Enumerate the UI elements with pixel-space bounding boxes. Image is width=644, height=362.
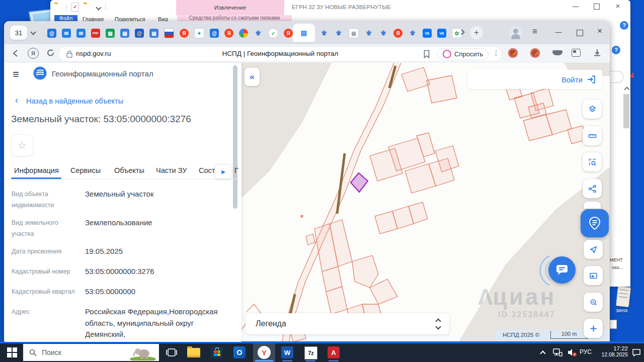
qat-checkdoc-icon[interactable]: ✓ [71,3,79,12]
hidden-tool-button[interactable] [584,202,601,209]
extension-seal-icon[interactable] [508,48,518,58]
back-to-results-link[interactable]: Назад в найденные объекты [26,97,123,105]
tab-favicon-at-gold[interactable]: @ [135,29,144,38]
explorer-context-tab[interactable]: Извлечение [176,0,284,15]
acrobat-icon[interactable]: A [328,346,340,358]
tab-favicon-pie[interactable] [239,29,248,38]
tab-favicon-envelope[interactable]: ✉ [76,29,86,38]
tab-objects[interactable]: Объекты [114,166,144,174]
browser-window[interactable]: 31 @✉✉PDF▤▤@▤Я✦@Я⚜✓Я⚜ ▤ ⚜⚜▤⚜⚜Я⚜VKVK✿ + ≡… [4,21,610,342]
bookmark-icon[interactable] [423,50,430,58]
network-icon[interactable] [552,348,562,357]
tab-favicon-yandex[interactable]: Я [393,29,403,38]
clock[interactable]: 17:22 12.08.2025 [598,345,628,357]
file-explorer-icon[interactable] [187,348,200,357]
share-button[interactable] [583,179,602,198]
volume-muted-icon[interactable] [567,348,577,357]
login-button[interactable]: Войти [561,75,583,84]
desktop-icon-label[interactable]: зина [616,307,627,313]
layers-button[interactable] [583,100,602,119]
scrollbar-up-icon[interactable] [624,86,629,92]
tab-favicon-check-green[interactable]: ✓ [268,28,278,38]
tab-favicon-mail-at[interactable]: @ [210,29,219,38]
reload-button[interactable] [46,48,55,57]
favorite-star-button[interactable]: ☆ [11,134,33,156]
downloads-button[interactable] [593,48,602,58]
task-view-button[interactable] [166,347,177,358]
legend-bar[interactable]: Легенда [246,313,449,334]
chat-button[interactable] [548,256,576,284]
tab-favicon-gerb[interactable]: ⚜ [319,29,329,38]
help-icon-2[interactable]: ? [612,46,620,54]
desktop-file-icon[interactable] [616,286,631,307]
tab-favicon-gerb[interactable]: ⚜ [379,29,388,38]
active-tool-button[interactable] [581,209,609,237]
incognito-mask-icon[interactable] [552,50,562,55]
tab-favicon-yandex[interactable]: Я [224,29,233,38]
zoom-in-button[interactable] [584,319,603,338]
portal-menu-button[interactable]: ≡ [13,68,19,81]
tab-favicon-gerb[interactable]: ⚜ [334,29,343,38]
profile-avatar[interactable] [509,26,523,40]
address-bar[interactable]: nspd.gov.ru НСПД | Геоинформационный пор… [58,46,502,62]
tab-groups-icon[interactable] [572,49,581,57]
browser-minimize-button[interactable]: — [553,27,564,37]
collapse-panel-button[interactable]: « [245,68,260,86]
panel-scrollbar[interactable] [233,65,237,209]
browser-close-button[interactable]: × [595,26,605,36]
tabs-scroll-right-button[interactable]: ▶ [215,164,232,179]
help-icon[interactable]: ? [620,21,628,30]
tab-favicon-doc-white[interactable]: ▤ [349,28,359,38]
tab-favicon-delivery[interactable]: ✦ [194,28,204,38]
tab-favicon-mail-at[interactable]: @ [47,29,56,38]
explorer-maximize-button[interactable] [594,4,600,10]
scrollbar-thumb[interactable] [623,94,629,128]
tab-favicon-gerb[interactable]: ⚜ [254,29,263,38]
tab-favicon-doc-green[interactable]: ▤ [106,29,115,38]
explorer-minimize-button[interactable]: — [571,2,581,12]
outlook-icon[interactable]: O [233,346,246,358]
browser-maximize-button[interactable] [577,30,583,36]
tab-services[interactable]: Сервисы [70,166,101,174]
word-icon[interactable]: W [281,346,293,358]
sevenzip-icon[interactable]: 7z [304,346,317,359]
tab-favicon-doc-blue[interactable]: ▤ [149,29,158,38]
tab-information[interactable]: Информация [14,166,59,174]
tab-favicon-gerb[interactable]: ⚜ [408,29,417,38]
tab-favicon-flag-ru[interactable] [164,28,174,38]
tab-partial[interactable]: Г [234,166,238,174]
yandex-home-button[interactable]: Я [28,48,39,59]
explorer-close-button[interactable]: × [613,1,623,11]
tab-favicon-vk[interactable]: VK [437,29,446,38]
language-indicator[interactable]: РУС [580,348,592,355]
back-button[interactable] [11,49,20,58]
tab-favicon-vk[interactable]: VK [423,29,432,38]
taskbar-search-box[interactable]: Поиск [23,344,159,361]
new-tab-button[interactable]: + [470,26,483,39]
tab-favicon-yandex[interactable]: Я [284,29,293,38]
tray-expand-icon[interactable] [540,350,545,356]
search-on-map-button[interactable] [584,293,603,312]
ms-store-icon[interactable] [211,346,223,358]
yandex-browser-taskbar-active[interactable]: Y [253,343,275,362]
area-search-button[interactable] [583,152,602,171]
address-kebab-menu[interactable]: ⋮ [493,49,500,57]
extent-button[interactable] [584,266,603,285]
qat-dropdown-icon[interactable] [96,5,101,10]
tab-list-chevron-icon[interactable] [30,29,36,35]
locate-button[interactable] [584,240,603,259]
action-center-icon[interactable] [632,348,641,357]
ask-alice-button[interactable]: Спросить [437,48,489,60]
extension-seal2-icon[interactable] [530,48,540,58]
tab-favicon-yandex[interactable]: Я [180,29,189,38]
ruler-button[interactable] [583,126,602,145]
start-button[interactable] [7,347,17,357]
browser-menu-button[interactable]: ≡ [532,27,537,37]
tab-favicon-gerb[interactable]: ⚜ [364,29,373,38]
tab-favicon-doc-blue[interactable]: ▤ [120,29,129,38]
tab-zu-parts[interactable]: Части ЗУ [156,166,187,174]
tab-active[interactable]: ▤ [293,24,315,42]
tab-counter[interactable]: 31 [10,26,27,40]
tab-favicon-pdf[interactable]: PDF [91,29,100,38]
tab-favicon-envelope[interactable]: ✉ [62,29,71,38]
